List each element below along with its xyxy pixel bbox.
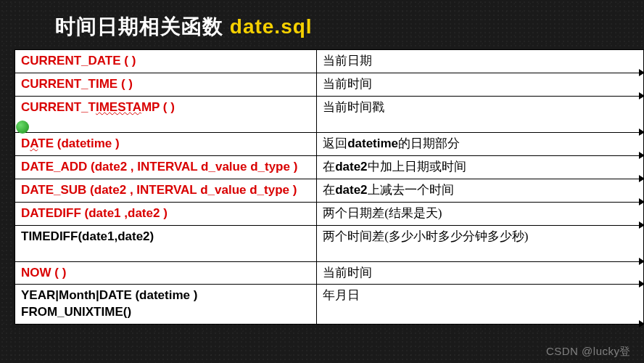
function-cell: DATEDIFF (date1 ,date2 ) <box>15 202 317 225</box>
watermark: CSDN @lucky登 <box>546 345 631 359</box>
function-cell: CURRENT_TIMESTAMP ( ) <box>15 96 317 132</box>
function-cell: CURRENT_DATE ( ) <box>15 50 317 73</box>
function-cell: DATE_SUB (date2 , INTERVAL d_value d_typ… <box>15 179 317 202</box>
row-arrow-icon <box>639 320 644 327</box>
table-row: CURRENT_TIME ( )当前时间 <box>15 73 644 96</box>
function-cell: TIMEDIFF(date1,date2) <box>15 225 317 261</box>
description-cell: 年月日 <box>317 285 644 325</box>
table-row: DATE_SUB (date2 , INTERVAL d_value d_typ… <box>15 179 644 202</box>
title-yellow: date.sql <box>230 15 313 38</box>
table-row: DATE_ADD (date2 , INTERVAL d_value d_typ… <box>15 155 644 179</box>
description-cell: 当前时间 <box>317 261 644 285</box>
page-title: 时间日期相关函数 date.sql <box>55 13 624 41</box>
description-cell: 在date2中加上日期或时间 <box>317 155 644 179</box>
description-cell: 两个日期差(结果是天) <box>317 202 644 225</box>
table-row: TIMEDIFF(date1,date2)两个时间差(多少小时多少分钟多少秒) <box>15 225 644 261</box>
table-row: YEAR|Month|DATE (datetime ) FROM_UNIXTIM… <box>15 285 644 325</box>
function-cell: DATE (datetime ) <box>15 132 317 155</box>
title-white: 时间日期相关函数 <box>55 15 230 38</box>
table-row: CURRENT_DATE ( )当前日期 <box>15 50 644 73</box>
function-cell: NOW ( ) <box>15 261 317 285</box>
functions-table: CURRENT_DATE ( )当前日期CURRENT_TIME ( )当前时间… <box>15 49 644 325</box>
description-cell: 在date2上减去一个时间 <box>317 179 644 202</box>
table-row: NOW ( )当前时间 <box>15 261 644 285</box>
description-cell: 当前日期 <box>317 50 644 73</box>
function-cell: CURRENT_TIME ( ) <box>15 73 317 96</box>
function-cell: DATE_ADD (date2 , INTERVAL d_value d_typ… <box>15 155 317 179</box>
description-cell: 返回datetime的日期部分 <box>317 132 644 155</box>
description-cell: 两个时间差(多少小时多少分钟多少秒) <box>317 225 644 261</box>
table-row: CURRENT_TIMESTAMP ( )当前时间戳 <box>15 96 644 132</box>
description-cell: 当前时间戳 <box>317 96 644 132</box>
functions-table-wrap: CURRENT_DATE ( )当前日期CURRENT_TIME ( )当前时间… <box>15 49 644 325</box>
table-row: DATE (datetime )返回datetime的日期部分 <box>15 132 644 155</box>
table-row: DATEDIFF (date1 ,date2 )两个日期差(结果是天) <box>15 202 644 225</box>
green-dot-marker <box>16 121 29 134</box>
function-cell: YEAR|Month|DATE (datetime ) FROM_UNIXTIM… <box>15 285 317 325</box>
description-cell: 当前时间 <box>317 73 644 96</box>
